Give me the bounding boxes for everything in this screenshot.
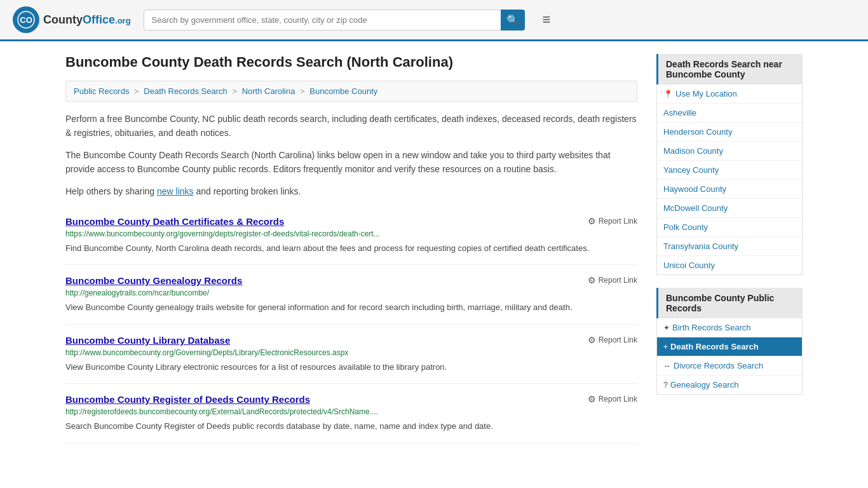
records-item-icon: ?: [663, 381, 668, 390]
sidebar-nearby-link[interactable]: Asheville: [663, 108, 696, 118]
records-item-icon: ↔: [663, 362, 671, 370]
result-item: Buncombe County Library Database ⚙ Repor…: [65, 325, 637, 384]
search-input[interactable]: [144, 10, 525, 30]
result-item: Buncombe County Register of Deeds County…: [65, 384, 637, 444]
main-content: Buncombe County Death Records Search (No…: [65, 54, 637, 444]
sidebar-nearby-link[interactable]: Yancey County: [663, 165, 719, 175]
sidebar-nearby-item[interactable]: Haywood County: [657, 180, 802, 199]
svg-text:CO: CO: [20, 15, 32, 25]
sidebar-records-item[interactable]: ✦Birth Records Search: [657, 318, 802, 337]
result-title[interactable]: Buncombe County Library Database: [65, 335, 230, 346]
result-title[interactable]: Buncombe County Register of Deeds County…: [65, 394, 310, 405]
report-link[interactable]: ⚙ Report Link: [588, 216, 637, 226]
sidebar-nearby-item[interactable]: Polk County: [657, 218, 802, 237]
result-desc: View Buncombe County Library electronic …: [65, 361, 637, 374]
main-wrapper: Buncombe County Death Records Search (No…: [53, 41, 815, 456]
sidebar-records-link[interactable]: Birth Records Search: [672, 323, 751, 332]
breadcrumb-north-carolina[interactable]: North Carolina: [242, 86, 295, 96]
sidebar-nearby-item[interactable]: 📍Use My Location: [657, 85, 802, 104]
page-title: Buncombe County Death Records Search (No…: [65, 54, 637, 71]
result-url: http://genealogytrails.com/ncar/buncombe…: [65, 288, 637, 297]
sidebar-nearby-item[interactable]: McDowell County: [657, 199, 802, 218]
logo-org-text: Office: [83, 13, 115, 26]
sidebar-records-item[interactable]: +Death Records Search: [657, 337, 802, 356]
description-1: Perform a free Buncombe County, NC publi…: [65, 112, 637, 140]
sidebar-nearby-item[interactable]: Madison County: [657, 142, 802, 161]
description-3: Help others by sharing new links and rep…: [65, 184, 637, 198]
breadcrumb: Public Records > Death Records Search > …: [65, 81, 637, 102]
search-button[interactable]: 🔍: [501, 10, 525, 30]
sidebar-nearby-item[interactable]: Henderson County: [657, 123, 802, 142]
results-list: Buncombe County Death Certificates & Rec…: [65, 206, 637, 444]
report-link[interactable]: ⚙ Report Link: [588, 335, 637, 345]
result-title[interactable]: Buncombe County Genealogy Records: [65, 275, 242, 286]
sidebar-records-item[interactable]: ↔Divorce Records Search: [657, 356, 802, 376]
logo-text: CountyOffice.org: [43, 13, 131, 26]
public-records-title: Buncombe County Public Records: [656, 288, 803, 318]
result-item: Buncombe County Death Certificates & Rec…: [65, 206, 637, 266]
location-pin-icon: 📍: [663, 90, 673, 98]
search-icon: 🔍: [506, 15, 519, 25]
sidebar-nearby-item[interactable]: Asheville: [657, 104, 802, 123]
sidebar-nearby-item[interactable]: Yancey County: [657, 161, 802, 180]
sidebar-nearby-link[interactable]: Unicoi County: [663, 261, 715, 270]
logo-area: CO CountyOffice.org: [13, 6, 131, 33]
public-records-section: Buncombe County Public Records ✦Birth Re…: [656, 288, 803, 395]
description-3-prefix: Help others by sharing: [65, 186, 157, 196]
sidebar-nearby-item[interactable]: Transylvania County: [657, 237, 802, 256]
result-item: Buncombe County Genealogy Records ⚙ Repo…: [65, 265, 637, 325]
breadcrumb-public-records[interactable]: Public Records: [74, 86, 129, 96]
sidebar-nearby-link[interactable]: Madison County: [663, 146, 723, 156]
sidebar-records-link[interactable]: Divorce Records Search: [674, 361, 763, 370]
nearby-list: 📍Use My LocationAshevilleHenderson Count…: [656, 85, 803, 275]
description-3-suffix: and reporting broken links.: [194, 186, 301, 196]
result-desc: Search Buncombe County Register of Deeds…: [65, 420, 637, 433]
sidebar-nearby-link[interactable]: Polk County: [663, 222, 708, 232]
sidebar-nearby-link[interactable]: Transylvania County: [663, 241, 738, 251]
breadcrumb-death-records-search[interactable]: Death Records Search: [144, 86, 227, 96]
result-title[interactable]: Buncombe County Death Certificates & Rec…: [65, 216, 284, 227]
result-url: https://www.buncombecounty.org/governing…: [65, 229, 637, 238]
site-header: CO CountyOffice.org 🔍 ≡: [0, 0, 868, 41]
description-2: The Buncombe County Death Records Search…: [65, 148, 637, 177]
sidebar-nearby-link[interactable]: Use My Location: [675, 89, 737, 98]
sidebar-nearby-link[interactable]: Henderson County: [663, 127, 732, 137]
records-item-icon: +: [663, 342, 668, 351]
report-link[interactable]: ⚙ Report Link: [588, 275, 637, 285]
records-item-icon: ✦: [663, 323, 670, 332]
search-bar-area: 🔍: [144, 10, 525, 30]
report-icon: ⚙: [588, 394, 596, 404]
sidebar: Death Records Search near Buncombe Count…: [656, 54, 803, 444]
sidebar-nearby-item[interactable]: Unicoi County: [657, 256, 802, 274]
report-link[interactable]: ⚙ Report Link: [588, 394, 637, 404]
logo-icon: CO: [13, 6, 39, 33]
new-links-link[interactable]: new links: [157, 186, 194, 196]
sidebar-nearby-link[interactable]: McDowell County: [663, 203, 728, 213]
sidebar-records-item[interactable]: ?Genealogy Search: [657, 376, 802, 394]
logo-tld: .org: [115, 16, 131, 25]
report-icon: ⚙: [588, 216, 596, 226]
sidebar-records-link[interactable]: Death Records Search: [670, 342, 759, 351]
result-desc: View Buncombe County genealogy trails we…: [65, 301, 637, 314]
public-records-list: ✦Birth Records Search+Death Records Sear…: [656, 318, 803, 395]
nearby-title: Death Records Search near Buncombe Count…: [656, 54, 803, 85]
nearby-section: Death Records Search near Buncombe Count…: [656, 54, 803, 275]
hamburger-icon: ≡: [543, 11, 551, 27]
sidebar-records-link[interactable]: Genealogy Search: [670, 380, 739, 390]
report-icon: ⚙: [588, 335, 596, 345]
report-icon: ⚙: [588, 275, 596, 285]
menu-button[interactable]: ≡: [538, 9, 556, 30]
result-desc: Find Buncombe County, North Carolina dea…: [65, 242, 637, 255]
sidebar-nearby-link[interactable]: Haywood County: [663, 184, 726, 194]
breadcrumb-buncombe-county[interactable]: Buncombe County: [309, 86, 377, 96]
result-url: http://registerofdeeds.buncombecounty.or…: [65, 407, 637, 416]
result-url: http://www.buncombecounty.org/Governing/…: [65, 348, 637, 357]
